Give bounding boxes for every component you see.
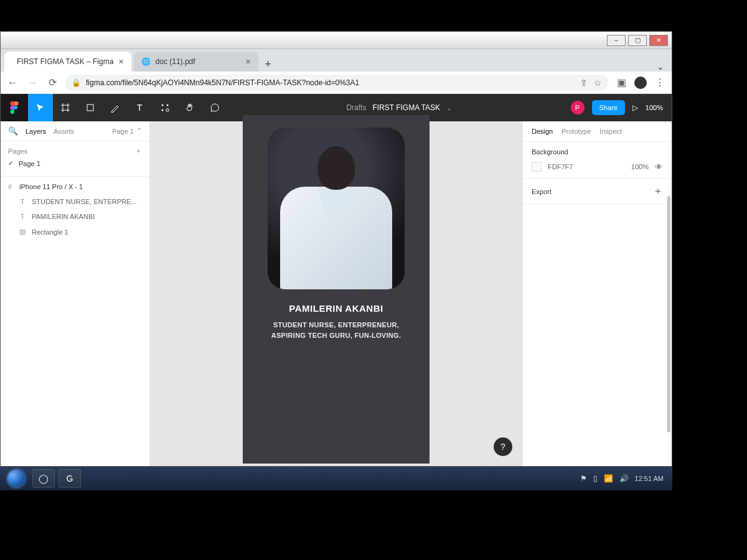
background-opacity[interactable]: 100%	[631, 163, 649, 170]
os-window: – ▢ ✕ FIRST FIGMA TASK – Figma × 🌐 doc (…	[0, 31, 672, 467]
tray-clock[interactable]: 12:51 AM	[635, 475, 664, 482]
profile-bio-text: STUDENT NURSE, ENTERPRENEUR, ASPIRING TE…	[271, 320, 402, 340]
browser-tab-active[interactable]: FIRST FIGMA TASK – Figma ×	[4, 52, 131, 72]
export-section-label: Export	[532, 188, 552, 195]
nav-reload-button[interactable]: ⟳	[45, 76, 59, 90]
move-tool[interactable]	[28, 94, 53, 121]
svg-rect-2	[87, 105, 93, 111]
chevron-up-icon: ⌃	[136, 127, 142, 135]
tray-network-icon[interactable]: 📶	[604, 474, 613, 483]
hand-tool[interactable]	[177, 94, 202, 121]
nav-forward-button[interactable]: →	[26, 76, 39, 90]
figma-menu-button[interactable]	[1, 94, 28, 121]
taskbar-app-icon[interactable]: G	[59, 469, 81, 488]
browser-tab-inactive[interactable]: 🌐 doc (11).pdf ×	[134, 52, 258, 72]
image-icon: ▧	[18, 228, 27, 236]
new-tab-button[interactable]: +	[261, 57, 276, 72]
add-export-button[interactable]: ＋	[653, 185, 663, 198]
extensions-icon[interactable]: ▣	[614, 76, 628, 90]
system-tray: ⚑ ▯ 📶 🔊 12:51 AM	[580, 474, 669, 483]
user-avatar[interactable]: P	[571, 101, 585, 114]
taskbar-chrome-icon[interactable]: ◯	[32, 469, 55, 488]
shape-tool[interactable]	[78, 94, 103, 121]
layers-list: # iPhone 11 Pro / X - 1 T STUDENT NURSE,…	[1, 177, 149, 242]
canvas[interactable]: PAMILERIN AKANBI STUDENT NURSE, ENTERPRE…	[150, 121, 522, 466]
browser-urlbar: ← → ⟳ 🔒 figma.com/file/5N64qKjAOYi4NMn94…	[1, 72, 672, 94]
start-button[interactable]	[4, 469, 29, 488]
bookmark-icon[interactable]: ☆	[594, 78, 602, 88]
resources-tool[interactable]	[153, 94, 177, 121]
svg-text:T: T	[137, 103, 143, 113]
lock-icon: 🔒	[72, 78, 81, 87]
right-panel: Design Prototype Inspect Background FDF7…	[522, 121, 672, 466]
background-section-label: Background	[532, 148, 663, 156]
window-minimize-button[interactable]: –	[607, 35, 626, 46]
share-button[interactable]: Share	[592, 100, 625, 115]
assets-tab[interactable]: Assets	[54, 128, 74, 135]
tabs-dropdown-icon[interactable]: ⌄	[653, 62, 668, 72]
svg-point-4	[162, 105, 164, 106]
pages-label: Pages	[8, 147, 27, 155]
frame-layer[interactable]: # iPhone 11 Pro / X - 1	[1, 179, 149, 194]
zoom-level[interactable]: 100%	[646, 104, 663, 111]
rect-layer[interactable]: ▧ Rectangle 1	[1, 224, 149, 240]
text-layer[interactable]: T PAMILERIN AKANBI	[1, 209, 149, 224]
design-tab[interactable]: Design	[532, 128, 553, 135]
search-icon[interactable]: 🔍	[8, 126, 18, 136]
page-item[interactable]: ✓ Page 1	[8, 156, 142, 171]
figma-app: T Drafts FIRST FIGMA TASK ⌄ P Share ▷ 10…	[1, 94, 672, 466]
comment-tool[interactable]	[202, 94, 227, 121]
figma-body: 🔍 Layers Assets Page 1 ⌃ Pages ＋ ✓ Page …	[1, 121, 672, 466]
profile-name-text: PAMILERIN AKANBI	[289, 303, 383, 314]
file-title[interactable]: FIRST FIGMA TASK	[372, 103, 440, 112]
text-icon: T	[18, 198, 27, 205]
add-page-button[interactable]: ＋	[135, 146, 142, 156]
left-panel: 🔍 Layers Assets Page 1 ⌃ Pages ＋ ✓ Page …	[1, 121, 150, 466]
tab-title: doc (11).pdf	[156, 57, 195, 66]
svg-point-1	[14, 106, 17, 110]
tab-close-icon[interactable]: ×	[245, 57, 250, 67]
svg-rect-7	[166, 109, 169, 111]
layers-tab[interactable]: Layers	[26, 128, 46, 135]
check-icon: ✓	[8, 159, 14, 167]
omnibox[interactable]: 🔒 figma.com/file/5N64qKjAOYi4NMn94k5N7N/…	[65, 75, 608, 91]
tab-close-icon[interactable]: ×	[118, 57, 123, 67]
tray-volume-icon[interactable]: 🔊	[619, 474, 629, 483]
window-close-button[interactable]: ✕	[649, 35, 668, 46]
profile-photo	[268, 128, 405, 289]
scrollbar[interactable]	[667, 196, 670, 432]
page-picker[interactable]: Page 1 ⌃	[112, 127, 142, 135]
prototype-tab[interactable]: Prototype	[561, 128, 591, 135]
browser-tabstrip: FIRST FIGMA TASK – Figma × 🌐 doc (11).pd…	[1, 49, 672, 72]
share-url-icon[interactable]: ⇪	[580, 78, 588, 88]
tray-flag-icon[interactable]: ⚑	[580, 474, 587, 483]
text-tool[interactable]: T	[128, 94, 153, 121]
nav-back-button[interactable]: ←	[6, 76, 19, 90]
frame-icon: #	[6, 183, 14, 190]
windows-orb-icon	[7, 470, 25, 487]
profile-avatar-icon[interactable]	[634, 77, 647, 89]
text-layer[interactable]: T STUDENT NURSE, ENTERPRE...	[1, 194, 149, 209]
tab-title: FIRST FIGMA TASK – Figma	[17, 57, 113, 66]
artboard-iphone11[interactable]: PAMILERIN AKANBI STUDENT NURSE, ENTERPRE…	[243, 115, 430, 464]
window-titlebar: – ▢ ✕	[1, 32, 672, 49]
background-hex[interactable]: FDF7F7	[548, 163, 625, 170]
frame-tool[interactable]	[53, 94, 78, 121]
url-text: figma.com/file/5N64qKjAOYi4NMn94k5N7N/FI…	[86, 78, 359, 87]
drafts-label[interactable]: Drafts	[346, 103, 366, 112]
pen-tool[interactable]	[103, 94, 128, 121]
window-maximize-button[interactable]: ▢	[628, 35, 647, 46]
text-icon: T	[18, 213, 27, 220]
kebab-menu-icon[interactable]: ⋮	[653, 76, 667, 90]
inspect-tab[interactable]: Inspect	[599, 128, 621, 135]
help-button[interactable]: ?	[494, 437, 512, 456]
tray-battery-icon[interactable]: ▯	[593, 474, 598, 483]
present-button[interactable]: ▷	[632, 103, 638, 112]
globe-favicon-icon: 🌐	[141, 57, 151, 66]
visibility-icon[interactable]: 👁	[655, 162, 663, 172]
windows-taskbar: ◯ G ⚑ ▯ 📶 🔊 12:51 AM	[0, 467, 672, 490]
chevron-down-icon[interactable]: ⌄	[446, 105, 451, 111]
color-swatch[interactable]	[532, 162, 542, 172]
svg-point-6	[162, 110, 164, 111]
svg-point-5	[167, 105, 169, 106]
